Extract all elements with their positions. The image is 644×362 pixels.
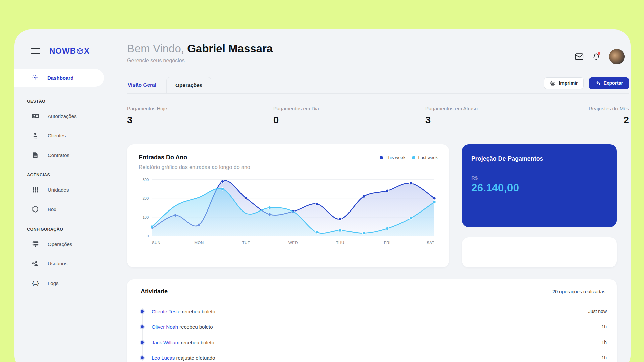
- activity-client-link[interactable]: Cliente Teste: [152, 309, 180, 314]
- user-name: Gabriel Massara: [187, 42, 273, 55]
- tab-operacoes[interactable]: Operações: [166, 77, 211, 93]
- activity-row: Cliente Teste recebeu boletoJust now: [141, 304, 607, 319]
- svg-text:300: 300: [143, 178, 149, 182]
- activity-client-link[interactable]: Jack William: [152, 340, 179, 345]
- desktop-background: { "brand": { "left": "NOWB", "right": "X…: [0, 0, 644, 362]
- sidebar-header: NOWB X: [14, 29, 127, 56]
- hexagon-icon: [31, 205, 39, 213]
- tab-visao-geral[interactable]: Visão Geral: [127, 77, 157, 93]
- sidebar-section: AGÊNCIASUnidadesBox: [14, 173, 127, 219]
- cards-row: Entradas Do Ano This weekLast week Relat…: [127, 144, 617, 267]
- sidebar-item-label: Autorizações: [48, 113, 77, 119]
- tab-bar: Visão Geral Operações Imprimir Exportar: [127, 77, 629, 94]
- sidebar-item-usuarios[interactable]: Usuários: [14, 254, 127, 273]
- sidebar-item-label: Usuários: [48, 261, 67, 266]
- sidebar-item-label: Clientes: [48, 133, 66, 138]
- sidebar-item-unidades[interactable]: Unidades: [14, 180, 127, 199]
- export-button[interactable]: Exportar: [589, 77, 629, 89]
- brand-logo: NOWB X: [49, 46, 90, 56]
- stat-value: 2: [589, 115, 629, 126]
- sidebar-item-label: Unidades: [48, 187, 69, 193]
- printer-icon: [550, 80, 556, 86]
- svg-text:TUE: TUE: [242, 241, 250, 245]
- legend-dot-icon: [380, 156, 383, 159]
- data-point: [386, 189, 389, 192]
- brand-text-left: NOWB: [49, 46, 76, 56]
- svg-text:SUN: SUN: [152, 241, 160, 245]
- page-header: Bem Vindo, Gabriel Massara Gerencie seus…: [127, 42, 629, 64]
- empty-card: [462, 237, 617, 267]
- svg-text:THU: THU: [336, 241, 344, 245]
- sidebar-section-label: AGÊNCIAS: [27, 173, 127, 177]
- side-column: Projeção De Pagamentos R$ 26.140,00: [462, 144, 617, 267]
- sidebar-item-dashboard[interactable]: Dashboard: [14, 69, 104, 87]
- sidebar-item-logs[interactable]: {...}Logs: [14, 273, 127, 293]
- activity-row: Oliver Noah recebeu boleto1h: [141, 319, 607, 335]
- stat-label: Pagamentos em Dia: [273, 106, 425, 111]
- activity-dot-icon: [141, 356, 144, 359]
- stat-pagamentos-em-dia: Pagamentos em Dia0: [273, 106, 425, 126]
- activity-row: Leo Lucas reajuste efetuado1h: [141, 350, 607, 362]
- page-title: Bem Vindo, Gabriel Massara: [127, 42, 629, 56]
- activity-card: Atividade 20 operações realizadas. Clien…: [127, 279, 617, 362]
- sidebar-item-box[interactable]: Box: [14, 199, 127, 219]
- data-point: [433, 201, 436, 204]
- sidebar-item-clientes[interactable]: Clientes: [14, 126, 127, 145]
- activity-text: Oliver Noah recebeu boleto: [152, 324, 213, 330]
- chart-legend: This weekLast week: [380, 155, 438, 160]
- server-icon: [31, 240, 39, 248]
- data-point: [339, 229, 342, 232]
- app-window: NOWB X Dashboard GESTÃOAutorizaçõesClien…: [14, 29, 631, 362]
- legend-dot-icon: [412, 156, 415, 159]
- id-card-icon: [31, 112, 39, 120]
- data-point: [151, 225, 154, 228]
- data-point: [410, 182, 413, 185]
- svg-text:200: 200: [143, 196, 149, 200]
- legend-last-week[interactable]: Last week: [412, 155, 438, 160]
- data-point: [339, 218, 342, 221]
- data-point: [362, 195, 365, 198]
- sidebar-item-autorizacoes[interactable]: Autorizações: [14, 106, 127, 126]
- sidebar-item-label: Logs: [48, 280, 59, 286]
- activity-time: Just now: [588, 309, 607, 314]
- activity-title: Atividade: [141, 288, 168, 295]
- greeting-text: Bem Vindo,: [127, 42, 184, 55]
- legend-label: This week: [386, 155, 406, 160]
- sidebar-menu: GESTÃOAutorizaçõesClientesContratosAGÊNC…: [14, 87, 127, 301]
- sidebar-item-label: Dashboard: [47, 75, 73, 81]
- stat-value: 3: [127, 115, 273, 126]
- stat-label: Pagamentos Hoje: [127, 106, 273, 111]
- sidebar-section: CONFIGURAÇÃOOperaçõesUsuários{...}Logs: [14, 227, 127, 293]
- brand-text-right: X: [84, 46, 90, 56]
- activity-dot-icon: [141, 310, 144, 313]
- print-button[interactable]: Imprimir: [544, 77, 584, 89]
- stat-value: 3: [425, 115, 589, 126]
- sidebar-item-label: Operações: [48, 241, 72, 247]
- sidebar-section-label: CONFIGURAÇÃO: [27, 227, 127, 232]
- entries-chart: 0100200300SUNMONTUEWEDTHUFRISAT: [139, 174, 438, 246]
- activity-dot-icon: [141, 325, 144, 328]
- stat-pagamentos-hoje: Pagamentos Hoje3: [127, 106, 273, 126]
- document-icon: [31, 151, 39, 159]
- svg-text:100: 100: [143, 215, 149, 219]
- main-content: Bem Vindo, Gabriel Massara Gerencie seus…: [127, 29, 629, 362]
- data-point: [410, 217, 413, 220]
- activity-list: Cliente Teste recebeu boletoJust nowOliv…: [141, 304, 607, 362]
- entries-chart-card: Entradas Do Ano This weekLast week Relat…: [127, 144, 449, 267]
- sidebar-item-contratos[interactable]: Contratos: [14, 145, 127, 165]
- braces-icon: {...}: [31, 279, 39, 287]
- chart-subtitle: Relatório gráfico das entradas ao longo …: [139, 164, 438, 170]
- data-point: [245, 197, 248, 200]
- projection-amount: 26.140,00: [471, 182, 607, 194]
- activity-text: Cliente Teste recebeu boleto: [152, 309, 215, 314]
- activity-client-link[interactable]: Leo Lucas: [152, 355, 175, 361]
- data-point: [268, 206, 271, 209]
- svg-text:FRI: FRI: [384, 241, 391, 245]
- activity-row: Jack William recebeu boleto1h: [141, 335, 607, 350]
- menu-icon[interactable]: [31, 48, 40, 54]
- activity-client-link[interactable]: Oliver Noah: [152, 324, 178, 330]
- activity-text: Leo Lucas reajuste efetuado: [152, 355, 215, 361]
- sidebar-item-operacoes[interactable]: Operações: [14, 234, 127, 254]
- legend-this-week[interactable]: This week: [380, 155, 406, 160]
- data-point: [386, 227, 389, 230]
